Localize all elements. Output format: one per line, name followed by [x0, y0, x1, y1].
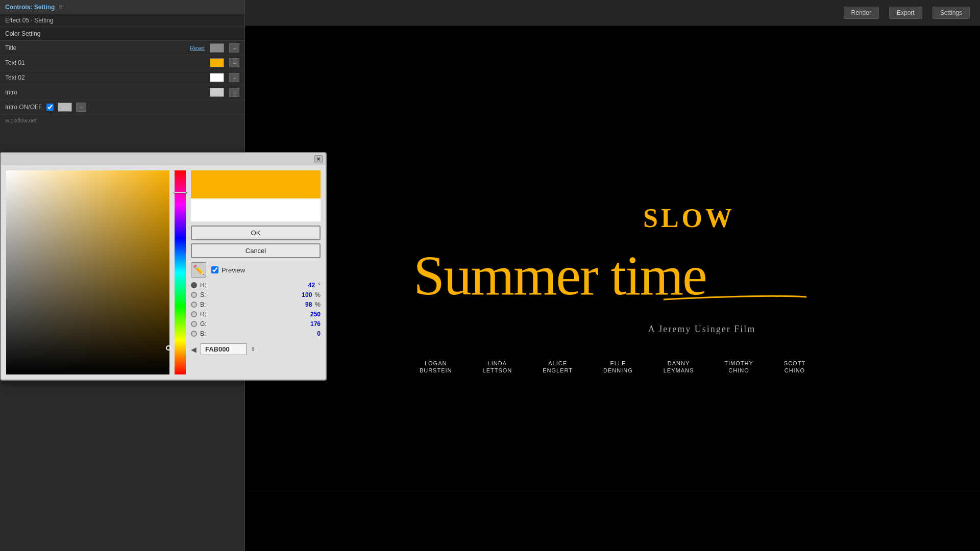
- export-button[interactable]: Export: [889, 7, 922, 19]
- color-gradient-box[interactable]: [6, 170, 169, 374]
- dialog-buttons: OK Cancel: [191, 226, 321, 258]
- red-row: R: 250: [191, 311, 321, 318]
- brightness-row: B: 98 %: [191, 301, 321, 308]
- blue-row: B: 0: [191, 330, 321, 337]
- text01-label: Text 01: [5, 59, 205, 66]
- film-title-area: SLOW Summer time A Jeremy Usinger Film L…: [408, 203, 817, 373]
- green-row: G: 176: [191, 320, 321, 328]
- close-button[interactable]: ×: [314, 155, 323, 163]
- blue-value: 0: [317, 330, 321, 337]
- eyedropper-button[interactable]: ✏️: [191, 262, 206, 278]
- title-arrow-btn[interactable]: →: [229, 43, 239, 53]
- dialog-right: OK Cancel ✏️ Preview H: 42 °: [191, 170, 321, 374]
- color-picker-dialog: × OK Cancel ✏️: [0, 152, 327, 381]
- cast-member-4: DANNY LEYMANS: [664, 360, 694, 373]
- saturation-row: S: 100 %: [191, 291, 321, 298]
- svg-text:Summer time: Summer time: [413, 244, 706, 305]
- cast-1-first: LINDA: [488, 360, 507, 366]
- intro-onoff-row: Intro ON/OFF →: [0, 100, 244, 115]
- summer-time-svg: Summer time: [408, 233, 817, 305]
- intro-label: Intro: [5, 89, 205, 96]
- preview-checkbox[interactable]: [211, 266, 218, 273]
- spectrum-strip[interactable]: [175, 170, 186, 374]
- color-preview-box: [191, 170, 321, 221]
- dialog-titlebar: ×: [1, 153, 326, 165]
- cast-0-first: LOGAN: [425, 360, 447, 366]
- slow-text: SLOW: [643, 203, 735, 233]
- intro-color-row: Intro →: [0, 85, 244, 100]
- preview-canvas: SLOW Summer time A Jeremy Usinger Film L…: [245, 26, 980, 551]
- cast-2-first: ALICE: [548, 360, 567, 366]
- cast-6-last: CHINO: [785, 367, 805, 373]
- hue-label: H:: [200, 282, 305, 289]
- intro-arrow-btn[interactable]: →: [229, 88, 239, 97]
- picker-dot: [166, 345, 171, 350]
- panel-header-title: Controls: Setting: [5, 4, 55, 11]
- red-label: R:: [200, 311, 307, 318]
- cast-member-5: TIMOTHY CHINO: [724, 360, 753, 373]
- title-label: Title: [5, 44, 185, 52]
- text01-arrow-btn[interactable]: →: [229, 58, 239, 67]
- intro-onoff-checkbox[interactable]: [46, 104, 54, 111]
- cast-0-last: BURSTEIN: [420, 367, 452, 373]
- saturation-value: 100: [302, 291, 312, 298]
- spectrum-indicator: [174, 192, 187, 193]
- hex-input[interactable]: [201, 343, 247, 355]
- cast-6-first: SCOTT: [784, 360, 805, 366]
- brightness-unit: %: [315, 301, 321, 308]
- cast-3-last: DENNING: [603, 367, 633, 373]
- cast-2-last: ENGLERT: [543, 367, 573, 373]
- hue-radio[interactable]: [191, 282, 197, 288]
- red-radio[interactable]: [191, 311, 197, 317]
- settings-button[interactable]: Settings: [933, 7, 970, 19]
- render-button[interactable]: Render: [844, 7, 879, 19]
- green-label: G:: [200, 320, 307, 328]
- panel-menu-icon: ≡: [59, 3, 63, 11]
- green-radio[interactable]: [191, 321, 197, 327]
- effect-title: Effect 05 · Setting: [0, 14, 244, 27]
- gradient-canvas[interactable]: [6, 170, 169, 374]
- cast-1-last: LETTSON: [483, 367, 512, 373]
- brightness-radio[interactable]: [191, 302, 197, 308]
- color-preview-bottom: [191, 198, 321, 221]
- brightness-value: 98: [305, 301, 312, 308]
- color-values: H: 42 ° S: 100 % B: 98 %: [191, 282, 321, 337]
- hue-value: 42: [308, 282, 315, 289]
- text02-color-row: Text 02 →: [0, 70, 244, 85]
- text01-color-swatch[interactable]: [210, 58, 224, 67]
- top-bar: Render Export Settings: [245, 0, 980, 26]
- ok-button[interactable]: OK: [191, 226, 321, 240]
- cancel-button[interactable]: Cancel: [191, 243, 321, 258]
- summer-time-text: Summer time: [408, 233, 817, 314]
- preview-check-row: Preview: [211, 266, 245, 274]
- blue-label: B:: [200, 330, 314, 337]
- cast-member-3: ELLE DENNING: [603, 360, 633, 373]
- title-color-swatch[interactable]: [210, 43, 224, 53]
- watermark: w.pixflow.net: [0, 115, 244, 126]
- text01-color-row: Text 01 →: [0, 56, 244, 70]
- brightness-label: B:: [200, 301, 302, 308]
- preview-bottom-black: [245, 490, 980, 551]
- hex-row: ◀ ⬆: [191, 343, 321, 355]
- intro-onoff-arrow-btn[interactable]: →: [76, 103, 86, 112]
- saturation-label: S:: [200, 291, 299, 298]
- spectrum-arrow-left[interactable]: ◀: [191, 345, 197, 354]
- cast-4-last: LEYMANS: [664, 367, 694, 373]
- dialog-controls: ✏️ Preview: [191, 262, 321, 278]
- title-color-row: Title Reset →: [0, 41, 244, 56]
- director-text: A Jeremy Usinger Film: [648, 324, 756, 335]
- reset-button[interactable]: Reset: [190, 45, 205, 51]
- intro-onoff-swatch[interactable]: [58, 103, 72, 112]
- blue-radio[interactable]: [191, 331, 197, 337]
- text02-arrow-btn[interactable]: →: [229, 73, 239, 82]
- red-value: 250: [310, 311, 321, 318]
- saturation-radio[interactable]: [191, 292, 197, 298]
- text02-color-swatch[interactable]: [210, 73, 224, 82]
- cast-5-first: TIMOTHY: [724, 360, 753, 366]
- cast-4-first: DANNY: [668, 360, 690, 366]
- text02-label: Text 02: [5, 74, 205, 81]
- color-setting-title: Color Setting: [0, 27, 244, 41]
- saturation-unit: %: [315, 291, 321, 298]
- intro-color-swatch[interactable]: [210, 88, 224, 97]
- dialog-body: OK Cancel ✏️ Preview H: 42 °: [1, 165, 326, 380]
